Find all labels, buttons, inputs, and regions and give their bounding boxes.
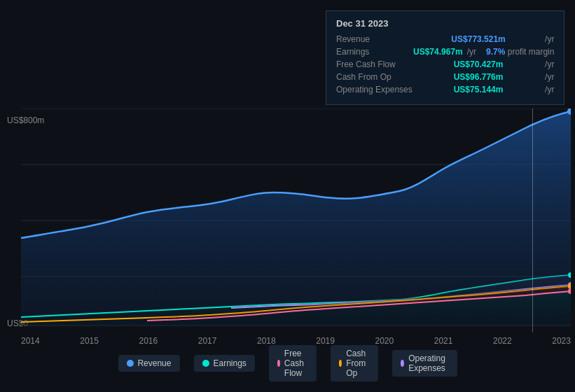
- chart-container: Dec 31 2023 Revenue US$773.521m /yr Earn…: [0, 0, 575, 392]
- tooltip-label-revenue: Revenue: [336, 34, 413, 44]
- tooltip-value-opex: US$75.144m: [454, 85, 504, 94]
- legend-item-opex[interactable]: Operating Expenses: [392, 350, 457, 377]
- legend-dot-fcf: [277, 360, 280, 367]
- tooltip-row-opex: Operating Expenses US$75.144m /yr: [336, 85, 554, 94]
- tooltip-label-fcf: Free Cash Flow: [336, 59, 413, 69]
- x-label-2021: 2021: [434, 336, 453, 346]
- x-label-2016: 2016: [139, 336, 158, 346]
- x-label-2020: 2020: [375, 336, 394, 346]
- x-axis: 2014 2015 2016 2017 2018 2019 2020 2021 …: [21, 336, 571, 346]
- legend-dot-opex: [401, 360, 404, 367]
- legend-item-earnings[interactable]: Earnings: [193, 355, 254, 372]
- tooltip-value-earnings: US$74.967m: [413, 47, 463, 57]
- legend-item-cfo[interactable]: Cash From Op: [331, 345, 378, 382]
- chart-svg-area[interactable]: [21, 108, 571, 332]
- tooltip-box: Dec 31 2023 Revenue US$773.521m /yr Earn…: [326, 10, 564, 105]
- tooltip-label-earnings: Earnings: [336, 47, 413, 57]
- x-label-2018: 2018: [257, 336, 276, 346]
- legend-dot-cfo: [339, 360, 342, 367]
- tooltip-row-revenue: Revenue US$773.521m /yr: [336, 34, 554, 44]
- x-label-2015: 2015: [80, 336, 99, 346]
- legend-label-fcf: Free Cash Flow: [284, 349, 308, 378]
- legend[interactable]: Revenue Earnings Free Cash Flow Cash Fro…: [118, 345, 457, 382]
- x-label-2019: 2019: [316, 336, 335, 346]
- tooltip-label-opex: Operating Expenses: [336, 85, 413, 94]
- tooltip-value-revenue: US$773.521m: [451, 34, 505, 44]
- tooltip-row-cfo: Cash From Op US$96.776m /yr: [336, 72, 554, 82]
- tooltip-unit-earnings: /yr: [467, 47, 476, 57]
- tooltip-margin-earnings: 9.7% profit margin: [486, 47, 554, 57]
- tooltip-unit-fcf: /yr: [545, 59, 554, 69]
- tooltip-row-fcf: Free Cash Flow US$70.427m /yr: [336, 59, 554, 69]
- legend-label-revenue: Revenue: [137, 358, 171, 368]
- legend-item-fcf[interactable]: Free Cash Flow: [269, 345, 317, 382]
- tooltip-unit-revenue: /yr: [545, 34, 554, 44]
- tooltip-unit-opex: /yr: [545, 85, 554, 94]
- x-label-2017: 2017: [198, 336, 217, 346]
- legend-label-cfo: Cash From Op: [346, 349, 370, 378]
- x-label-2022: 2022: [493, 336, 512, 346]
- tooltip-title: Dec 31 2023: [336, 18, 554, 29]
- legend-label-opex: Operating Expenses: [408, 354, 448, 373]
- tooltip-value-cfo: US$96.776m: [454, 72, 504, 82]
- legend-label-earnings: Earnings: [213, 358, 246, 368]
- tooltip-value-fcf: US$70.427m: [454, 59, 504, 69]
- tooltip-unit-cfo: /yr: [545, 72, 554, 82]
- tooltip-label-cfo: Cash From Op: [336, 72, 413, 82]
- chart-svg: [21, 108, 571, 332]
- cursor-line: [532, 108, 533, 332]
- legend-dot-earnings: [202, 360, 209, 367]
- legend-item-revenue[interactable]: Revenue: [118, 355, 179, 372]
- x-label-2023: 2023: [552, 336, 571, 346]
- x-label-2014: 2014: [21, 336, 40, 346]
- tooltip-row-earnings: Earnings US$74.967m /yr 9.7% profit marg…: [336, 47, 554, 57]
- legend-dot-revenue: [126, 360, 133, 367]
